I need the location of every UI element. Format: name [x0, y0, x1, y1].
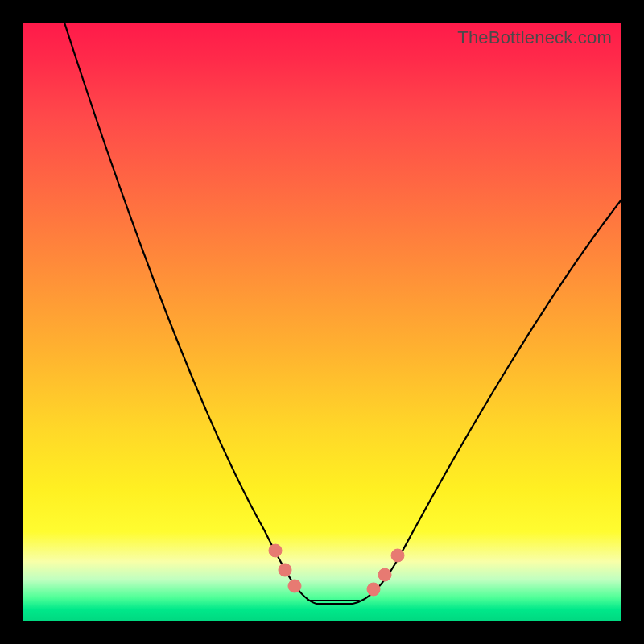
plot-area: TheBottleneck.com — [23, 23, 621, 621]
marker-dot-right-2 — [378, 568, 391, 581]
marker-dot-left-2 — [279, 564, 291, 576]
marker-dot-left-3 — [288, 580, 301, 592]
bottleneck-curve — [64, 23, 621, 604]
chart-svg — [23, 23, 621, 621]
marker-dot-left-1 — [269, 544, 282, 557]
marker-dot-right-1 — [367, 583, 380, 596]
marker-dot-right-3 — [391, 549, 404, 562]
